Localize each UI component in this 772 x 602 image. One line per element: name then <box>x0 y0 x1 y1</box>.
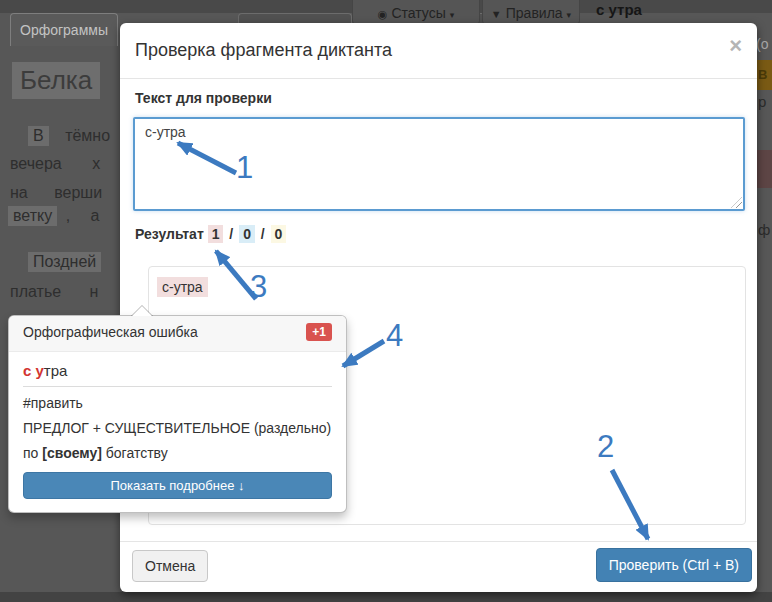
dictation-word: ветку <box>8 206 57 226</box>
example-suffix: богатству <box>102 445 168 461</box>
result-label: Результат <box>135 226 204 242</box>
dictation-title: Белка <box>12 62 100 99</box>
rules-label: Правила <box>506 5 563 21</box>
dictation-word: н <box>90 283 99 301</box>
check-text-input[interactable]: с-утра <box>133 117 745 211</box>
check-button[interactable]: Проверить (Ctrl + B) <box>596 548 752 582</box>
example-prefix: по <box>23 445 42 461</box>
popover-header: +1 Орфографическая ошибка <box>9 316 346 352</box>
edit-tag-link[interactable]: #править <box>23 387 332 412</box>
background-edge-text: р <box>758 93 766 110</box>
dictation-line: вечера х <box>0 155 120 173</box>
result-summary: Результат 1 / 0 / 0 <box>135 226 286 242</box>
warning-count-badge: 0 <box>271 225 287 243</box>
close-icon[interactable]: × <box>729 35 742 57</box>
background-bottom-strip <box>0 592 772 602</box>
background-edge-text: ф <box>758 221 770 238</box>
rule-example: по [своему] богатству <box>23 437 332 462</box>
rules-dropdown-button[interactable]: ▼Правила▾ <box>482 0 580 25</box>
dictation-word: В <box>28 126 49 146</box>
dictation-text-background: Белка В тёмно вечера х на верши ветку , … <box>0 56 120 326</box>
header-divider <box>120 78 757 79</box>
popover-body: с утра #править ПРЕДЛОГ + СУЩЕСТВИТЕЛЬНО… <box>9 352 346 509</box>
dictation-line: ветку , а <box>0 206 120 226</box>
footer-divider <box>120 541 757 542</box>
statuses-dropdown-button[interactable]: ◉Статусы▾ <box>352 0 480 25</box>
separator: / <box>259 226 267 242</box>
eye-icon: ◉ <box>378 8 388 20</box>
dictation-word: Поздней <box>28 252 101 272</box>
dictation-word: а <box>91 207 100 225</box>
dictation-word: , <box>66 207 70 225</box>
textarea-label: Текст для проверки <box>135 90 272 106</box>
dictation-word: платье <box>10 283 61 301</box>
background-edge-text: (о <box>756 36 768 52</box>
dictation-line: Поздней <box>0 252 120 272</box>
corrected-letters: с у <box>23 362 44 379</box>
dictation-line: платье н <box>0 283 120 301</box>
rule-name: ПРЕДЛОГ + СУЩЕСТВИТЕЛЬНОЕ (раздельно) <box>23 412 332 437</box>
background-highlight-box: В <box>756 60 772 90</box>
separator: / <box>227 226 235 242</box>
popover-title: Орфографическая ошибка <box>23 324 198 340</box>
info-count-badge: 0 <box>239 225 255 243</box>
dictation-word: тёмно <box>65 127 110 145</box>
chevron-down-icon: ▾ <box>567 10 572 20</box>
error-count-badge: +1 <box>306 323 332 341</box>
tab-orfogrammy[interactable]: Орфограммы <box>10 13 118 46</box>
flagged-word[interactable]: с-утра <box>157 277 208 297</box>
dictation-word: на <box>10 184 28 202</box>
cancel-button[interactable]: Отмена <box>132 550 208 582</box>
show-more-button[interactable]: Показать подробнее ↓ <box>23 472 332 499</box>
popover-arrow-icon <box>131 305 153 316</box>
example-highlight: [своему] <box>42 445 102 461</box>
background-highlight-box <box>756 150 772 188</box>
dictation-word: вечера <box>10 155 62 173</box>
word-rest: тра <box>44 362 68 379</box>
dictation-line: В тёмно <box>0 126 120 146</box>
dialog-title: Проверка фрагмента диктанта <box>135 40 392 61</box>
dictation-line: на верши <box>0 184 120 202</box>
selected-word-heading: с утра <box>596 1 642 18</box>
statuses-label: Статусы <box>391 5 445 21</box>
chevron-down-icon: ▾ <box>450 10 455 20</box>
page: Орфограммы ◉Статусы▾ ▼Правила▾ с утра Бе… <box>0 0 772 602</box>
error-popover: +1 Орфографическая ошибка с утра #правит… <box>8 315 347 513</box>
filter-icon: ▼ <box>491 8 502 20</box>
dictation-word: верши <box>54 184 102 202</box>
error-count-badge: 1 <box>208 225 224 243</box>
dictation-word: х <box>92 155 100 173</box>
corrected-word: с утра <box>23 358 332 387</box>
